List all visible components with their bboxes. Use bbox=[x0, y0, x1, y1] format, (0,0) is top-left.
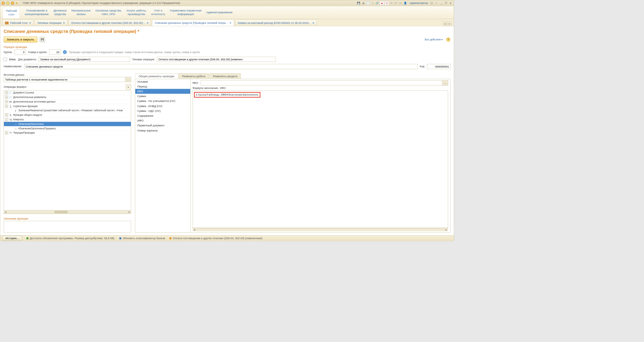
dropdown-icon[interactable]: ▾ bbox=[435, 1, 439, 5]
m-icon[interactable]: M bbox=[390, 1, 393, 5]
scroll-left-icon[interactable]: ◄ bbox=[193, 228, 196, 231]
status-update[interactable]: Доступно обновление программы. Размер ди… bbox=[26, 237, 115, 240]
typical-op-input[interactable] bbox=[157, 57, 276, 62]
save-icon-button[interactable]: 💾 bbox=[39, 37, 45, 42]
attr-row[interactable]: Сумма - Не учитывается (НУ) bbox=[135, 99, 190, 103]
kfo-input[interactable] bbox=[201, 80, 442, 85]
group-input[interactable] bbox=[14, 49, 26, 55]
menu-cash[interactable]: Денежные средства bbox=[53, 9, 67, 16]
close-icon[interactable]: × bbox=[147, 21, 148, 25]
tab-prev-button[interactable]: ◄ bbox=[443, 22, 447, 26]
expander-icon[interactable]: - bbox=[5, 118, 8, 121]
tree-row[interactable]: —#ЗначениеЗаполнено/Прервать bbox=[4, 126, 131, 131]
star-icon[interactable]: ☆ bbox=[371, 1, 375, 5]
close-icon[interactable]: × bbox=[29, 21, 31, 25]
calendar-icon[interactable]: 31 bbox=[385, 1, 389, 5]
status-op[interactable]: Оплата поставщикам и другие платежи (206… bbox=[169, 237, 263, 240]
mminus-icon[interactable]: M- bbox=[399, 1, 403, 5]
tree-row[interactable]: ƒЗначениеРеквизитаСтроки(<Имя табличной … bbox=[4, 109, 131, 113]
close-icon[interactable]: × bbox=[63, 21, 65, 25]
tab-payment[interactable]: Оплата поставщикам и другие платежи (206… bbox=[68, 20, 151, 26]
tab-request[interactable]: Заявка на кассовый расход БУ00-000021 от… bbox=[235, 20, 317, 26]
code-input[interactable] bbox=[427, 64, 450, 69]
rtab-debit[interactable]: Реквизиты дебета bbox=[178, 73, 209, 79]
expander-icon[interactable]: + bbox=[5, 91, 8, 94]
kfo-lookup-button[interactable]: … bbox=[442, 80, 448, 85]
history-button[interactable]: История... bbox=[2, 236, 22, 241]
tree-row[interactable]: +∑Агрегатные функции bbox=[4, 104, 131, 109]
status-banks[interactable]: Обновить классификатор банков bbox=[119, 237, 165, 240]
tab-typical-ops[interactable]: Типовые операции × bbox=[34, 20, 68, 26]
tree-row[interactable]: +f(Функции общего модуля bbox=[4, 113, 131, 117]
info-icon[interactable]: ⓘ bbox=[430, 1, 434, 5]
scroll-thumb[interactable] bbox=[55, 211, 67, 213]
disabled-checkbox[interactable] bbox=[4, 58, 7, 61]
menu-desktop[interactable]: Рабочий стол bbox=[3, 7, 20, 18]
menu-materials[interactable]: Материальные запасы bbox=[71, 9, 91, 16]
calc-icon[interactable]: ▦ bbox=[380, 1, 384, 5]
tree-hscroll[interactable]: ◄ ► bbox=[4, 211, 131, 214]
attr-row[interactable]: Первичный документ bbox=[135, 123, 190, 128]
link-icon[interactable]: 🔗 bbox=[375, 1, 379, 5]
source-lookup-button[interactable]: … bbox=[125, 77, 131, 82]
tree-row[interactable]: +🗃Дополнительные источники данных bbox=[4, 100, 131, 104]
attr-row[interactable]: Период bbox=[135, 84, 190, 89]
close-window-icon[interactable]: ✕ bbox=[449, 1, 453, 5]
expander-icon[interactable]: + bbox=[5, 113, 8, 116]
expander-icon[interactable]: + bbox=[5, 100, 8, 103]
menu-accounting[interactable]: Учет и отчетность bbox=[151, 9, 166, 16]
menu-assets[interactable]: Основные средства, НМА, НПА bbox=[95, 9, 122, 16]
tree-row[interactable]: +ТтТекущаяПроводка bbox=[4, 131, 131, 135]
formula-editor[interactable]: СтрокаТаблицы.КФО#ЗначениеЗаполнено bbox=[193, 90, 448, 228]
menu-services[interactable]: Услуги, работы, производство bbox=[126, 9, 147, 16]
save-icon[interactable]: 💾 bbox=[357, 1, 361, 5]
num-in-group-input[interactable] bbox=[49, 49, 61, 55]
info-icon[interactable]: i bbox=[63, 50, 67, 54]
win-btn-2[interactable] bbox=[11, 2, 14, 5]
tree-row[interactable]: +📄Дополнительные реквизиты bbox=[4, 95, 131, 100]
attr-row[interactable]: Сумма - НДС (НУ) bbox=[135, 109, 190, 113]
rtab-common[interactable]: Общие реквизиты проводки bbox=[135, 73, 178, 79]
for-document-input[interactable] bbox=[39, 57, 130, 62]
insert-operand-button[interactable]: ▸ bbox=[126, 84, 131, 90]
attr-row[interactable]: Условие bbox=[135, 79, 190, 84]
tab-writeoff[interactable]: Списание денежных средств (Проводка типо… bbox=[152, 20, 234, 26]
user-label[interactable]: Администратор bbox=[409, 2, 428, 5]
attr-row[interactable]: Сумма bbox=[135, 94, 190, 99]
minimize-icon[interactable]: _ bbox=[439, 1, 443, 5]
close-icon[interactable]: × bbox=[313, 21, 314, 25]
tab-desktop[interactable]: Рабочий стол × bbox=[2, 20, 34, 26]
mplus-icon[interactable]: M+ bbox=[394, 1, 398, 5]
menu-reference[interactable]: Нормативно-справочная информация bbox=[170, 9, 202, 16]
rtab-credit[interactable]: Реквизиты кредита bbox=[209, 73, 241, 79]
tree-row[interactable]: -?()Макросы bbox=[4, 117, 131, 122]
attr-row[interactable]: Сумма - ЕНВД (НУ) bbox=[135, 103, 190, 108]
tab-next-button[interactable]: ► bbox=[447, 22, 452, 26]
scroll-right-icon[interactable]: ► bbox=[445, 228, 448, 231]
attr-row[interactable]: КФО bbox=[135, 89, 190, 94]
tree-row[interactable]: +📄Документ.Ссылка bbox=[4, 90, 131, 95]
attr-row[interactable]: Содержание bbox=[135, 113, 190, 118]
favorite-icon[interactable]: ★ bbox=[15, 2, 19, 5]
scroll-left-icon[interactable]: ◄ bbox=[4, 211, 7, 214]
close-icon[interactable]: × bbox=[229, 21, 231, 25]
all-actions-button[interactable]: Все действия ▾ bbox=[425, 38, 443, 41]
attr-row[interactable]: Номер журнала bbox=[135, 128, 190, 133]
menu-planning[interactable]: Планирование и санкционирование bbox=[25, 9, 49, 16]
help-icon[interactable]: ? bbox=[446, 37, 450, 42]
expander-icon[interactable]: + bbox=[5, 96, 8, 99]
expander-icon[interactable]: + bbox=[5, 105, 8, 108]
attribute-list[interactable]: УсловиеПериодКФОСуммаСумма - Не учитывае… bbox=[135, 79, 190, 233]
win-btn-1[interactable] bbox=[6, 2, 9, 5]
operands-tree[interactable]: +📄Документ.Ссылка+📄Дополнительные реквиз… bbox=[4, 90, 131, 211]
menu-admin[interactable]: Администрирование bbox=[206, 11, 232, 14]
source-input[interactable] bbox=[4, 77, 125, 82]
scroll-right-icon[interactable]: ► bbox=[128, 211, 131, 214]
save-close-button[interactable]: Записать и закрыть bbox=[4, 36, 37, 43]
expander-icon[interactable]: + bbox=[5, 131, 8, 135]
print-icon[interactable]: 🖨 bbox=[361, 1, 365, 5]
tree-row[interactable]: —#ЗначениеЗаполнено bbox=[4, 122, 131, 126]
name-input[interactable] bbox=[24, 64, 418, 69]
maximize-icon[interactable]: ❐ bbox=[444, 1, 448, 5]
attr-row[interactable]: ИФО bbox=[135, 118, 190, 123]
